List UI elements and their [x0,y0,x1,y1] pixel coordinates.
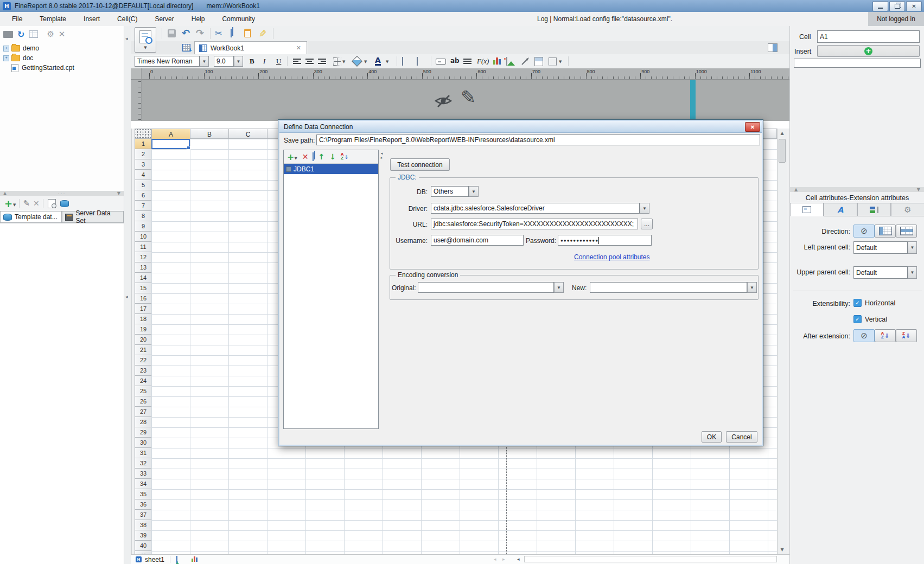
row-header-30[interactable]: 30 [135,438,151,448]
sort-connections-icon[interactable]: AZ⇓ [341,153,349,161]
settings-icon[interactable]: ⚙ [47,29,54,39]
save-path-input[interactable]: C:\Program Files\FineReport_8.0\WebRepor… [316,134,760,145]
italic-button[interactable]: I [263,57,265,66]
collapse-down-icon[interactable]: ▼ [917,187,920,192]
row-header-32[interactable]: 32 [135,458,151,469]
password-input[interactable]: ●●●●●●●●●●●● [558,235,652,246]
hide-widget-icon[interactable] [434,94,453,110]
row-header-18[interactable]: 18 [135,314,151,324]
tab-other-attributes[interactable]: ⚙ [891,203,924,216]
workbook-tab[interactable]: WorkBook1 ✕ [194,41,307,54]
url-input[interactable]: jdbc:salesforce:SecurityToken=XXXXXXXXXX… [431,219,638,229]
font-size-select[interactable]: 9.0 [214,56,234,67]
row-header-14[interactable]: 14 [135,273,151,283]
row-header-1[interactable]: 1 [135,139,151,149]
row-header-31[interactable]: 31 [135,448,151,458]
upper-parent-select[interactable]: Default [853,266,908,279]
direction-none-button[interactable]: ⊘ [853,225,875,238]
sheet-tab[interactable]: sheet1 [145,556,164,563]
grid-corner-handle[interactable] [135,129,151,139]
close-tab-icon[interactable]: ✕ [296,44,301,52]
url-browse-button[interactable]: ... [641,219,653,229]
login-status[interactable]: Not logged in [868,12,924,26]
float-popup-dropdown-icon[interactable]: ▼ [559,60,562,64]
menu-cellc[interactable]: Cell(C) [109,12,146,26]
ok-button[interactable]: OK [702,431,722,443]
cancel-button[interactable]: Cancel [726,431,757,443]
upper-parent-dropdown-icon[interactable]: ▼ [908,266,917,279]
scroll-down-icon[interactable]: ▼ [778,545,787,554]
text-icon[interactable]: ab [450,57,460,65]
scroll-up-icon[interactable]: ▲ [778,129,787,138]
row-headers[interactable]: 1234567891011121314151617181920212223242… [135,139,151,554]
test-connection-button[interactable]: Test connection [390,158,450,171]
row-header-22[interactable]: 22 [135,355,151,366]
line-icon[interactable] [521,57,530,66]
collapse-left-icon[interactable]: ◂ [125,294,128,299]
left-panel-splitter[interactable]: ▲ ··· ▼ [0,191,124,196]
collapse-left-icon[interactable]: ◂ [125,36,128,41]
new-template-button[interactable]: + [180,42,193,53]
collapse-up-icon[interactable]: ▲ [794,187,798,192]
expand-icon[interactable]: + [3,55,9,61]
row-header-5[interactable]: 5 [135,180,151,190]
add-dataset-dropdown-icon[interactable]: ▼ [13,203,16,207]
delete-icon[interactable]: ✕ [59,29,66,39]
dataset-tab-server[interactable]: Server Data Set [62,211,124,223]
font-color-icon[interactable]: A [375,56,381,66]
tab-font-attributes[interactable]: A [824,203,857,216]
rich-text-icon[interactable] [463,57,471,65]
row-header-23[interactable]: 23 [135,366,151,376]
original-encoding-dropdown-icon[interactable]: ▼ [554,282,564,293]
format-brush-icon[interactable]: ✎ [259,28,266,39]
direction-vertical-button[interactable] [875,225,896,238]
font-size-dropdown-icon[interactable]: ▼ [234,56,243,67]
preview-dataset-icon[interactable] [48,199,56,208]
row-header-27[interactable]: 27 [135,407,151,417]
username-input[interactable]: user@domain.com [431,235,524,246]
add-dataset-icon[interactable]: + [4,198,12,209]
font-family-select[interactable]: Times New Roman [135,56,200,67]
horizontal-scrollbar[interactable] [524,556,777,562]
menu-help[interactable]: Help [183,12,214,26]
row-header-21[interactable]: 21 [135,345,151,355]
sheet-scroll-left-icon[interactable]: ◂ [494,556,496,562]
add-connection-icon[interactable]: +▼ [287,152,297,162]
row-header-3[interactable]: 3 [135,159,151,170]
align-right-icon[interactable] [318,57,326,65]
row-header-7[interactable]: 7 [135,201,151,211]
row-header-4[interactable]: 4 [135,170,151,180]
collapse-right-icon[interactable]: ▸ [381,156,383,160]
tab-expand-attributes[interactable] [790,203,824,216]
layout-toggle-icon[interactable] [768,43,778,52]
left-parent-dropdown-icon[interactable]: ▼ [908,241,917,254]
row-header-2[interactable]: 2 [135,149,151,159]
row-header-25[interactable]: 25 [135,386,151,396]
borders-dropdown-icon[interactable]: ▼ [342,60,345,64]
save-icon[interactable] [168,29,176,37]
row-header-19[interactable]: 19 [135,324,151,335]
close-button[interactable]: ✕ [906,1,922,11]
sort-descending-button[interactable]: ZA⇓ [896,329,917,342]
view-table-icon[interactable] [29,30,42,38]
scrollbar-thumb[interactable] [779,139,786,163]
fill-color-dropdown-icon[interactable]: ▼ [364,60,367,64]
dialog-title-bar[interactable]: Define Data Connection [279,121,762,133]
font-color-dropdown-icon[interactable]: ▼ [386,60,388,64]
row-header-16[interactable]: 16 [135,293,151,304]
underline-button[interactable]: U [276,57,281,66]
tab-present-attributes[interactable] [857,203,891,216]
row-header-13[interactable]: 13 [135,262,151,273]
menu-insert[interactable]: Insert [75,12,109,26]
row-header-6[interactable]: 6 [135,190,151,201]
minimize-button[interactable] [872,1,888,11]
horizontal-extensible-checkbox[interactable]: ✓ Horizontal [853,299,895,307]
formula-icon[interactable]: F(x) [477,57,489,66]
unmerge-cells-icon[interactable] [417,57,418,65]
row-header-11[interactable]: 11 [135,242,151,252]
column-header-b[interactable]: B [190,129,229,139]
menu-community[interactable]: Community [213,12,264,26]
left-parent-select[interactable]: Default [853,241,908,254]
row-header-12[interactable]: 12 [135,252,151,262]
menu-template[interactable]: Template [31,12,75,26]
